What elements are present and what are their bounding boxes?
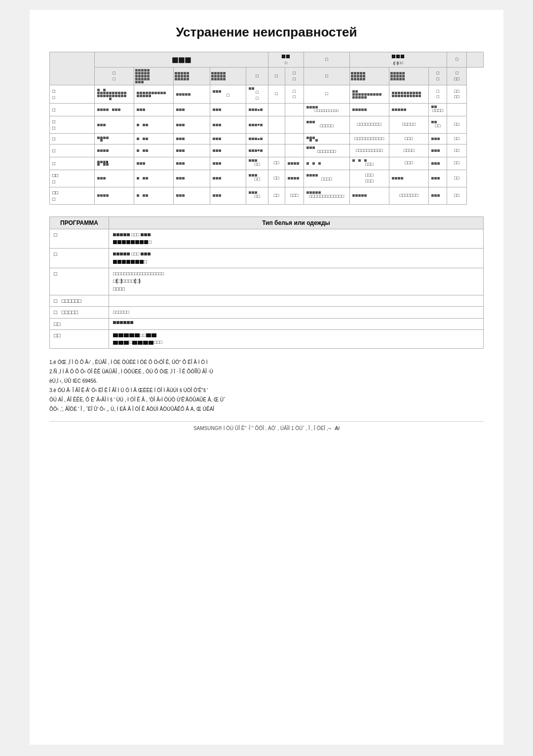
row4-c2 (134, 134, 173, 144)
prog-name-5: □ □□□□□ (50, 307, 109, 319)
troubleshooting-table: ▦▦▦ ▦▦ □ □ ▦▦▦ (□)□□ □ (49, 52, 484, 205)
row7-c9: □□□□□□ (349, 170, 389, 187)
row6-c4 (210, 157, 246, 170)
th-sub7: □□ (285, 68, 304, 85)
row4-c3 (174, 134, 210, 144)
row8-c6: □□ (268, 187, 285, 204)
row7-c1 (94, 170, 134, 187)
row5-c8: □□□□□□□ (304, 144, 349, 157)
row1-c5: □□ (246, 85, 268, 104)
row8-c8: □□□□□□□□□□□□□ (304, 187, 349, 204)
row7-symptom: □□□ (50, 170, 95, 187)
notes-section: 1.è ÓŒ ,Ï Ï Ò Ô Â‹' , ËÚÂÎ , Ì ÓÈ ÒÚËÉ Í… (49, 359, 484, 413)
th-icon3: □ (304, 52, 349, 68)
row1-c2 (134, 85, 173, 104)
prog-th-program: ПРОГРАММА (50, 216, 109, 229)
row4-c7 (285, 134, 304, 144)
row2-c5 (246, 104, 268, 116)
footer-text: SAMSUNG® Ì ÒÚ ÛÎ Ê" ·Î " ÔÓÎ , ÁÓ' , ÚÂÎ… (193, 426, 331, 431)
row6-c9: □□□ (349, 157, 389, 170)
prog-desc-4 (109, 295, 484, 307)
row2-c12 (447, 104, 467, 116)
row7-c12: □□ (447, 170, 467, 187)
row4-c12: □□ (447, 134, 467, 144)
prog-name-2: □ (50, 249, 109, 268)
row1-c8: □ (304, 85, 349, 104)
prog-row-6: □□ (50, 318, 484, 329)
prog-desc-7: □□ □ □□□ (109, 329, 484, 348)
prog-desc-1: □□□ □ (109, 229, 484, 249)
ai-badge: Ai (335, 426, 340, 431)
row1-c3 (174, 85, 210, 104)
row3-c11: □□ (429, 116, 447, 134)
table-row: □□ □□□□ (50, 116, 484, 134)
row4-c1 (94, 134, 134, 144)
th-icon2: ▦▦ □ (268, 52, 304, 68)
row3-c5 (246, 116, 268, 134)
row8-c11 (429, 187, 447, 204)
row1-c11: □□ (429, 85, 447, 104)
row8-c2 (134, 187, 173, 204)
row8-c3 (174, 187, 210, 204)
prog-desc-5: □□□□□□ (109, 307, 484, 319)
note-6: ÔÓ‹ ,', ÂÎÓÈ ' Î , ˆÈÎ Û' Ó‹ ,, Ú, Í ÈÂ … (49, 405, 484, 413)
prog-name-1: □ (50, 229, 109, 249)
th-sub8: □ (304, 68, 349, 85)
prog-row-4: □ □□□□□□ (50, 295, 484, 307)
note-4: 3.è ÓÚ Â· Î ÂÎ Ê·Â' Ó‹ ËÎ Ê Î ÂÎ Í Ú Ó Ì… (49, 387, 484, 395)
row6-c12: □□ (447, 157, 467, 170)
row4-c11 (429, 134, 447, 144)
table-row: □□□ □□ □□ □□□ (50, 187, 484, 204)
th-sub3 (174, 68, 210, 85)
row7-c4 (210, 170, 246, 187)
prog-row-1: □ □□□ □ (50, 229, 484, 249)
th-sub9 (349, 68, 389, 85)
row2-c2 (134, 104, 173, 116)
row8-c10: □□□□□□□ (389, 187, 428, 204)
row1-c6: □ (268, 85, 285, 104)
row5-c10: □□□□ (389, 144, 428, 157)
row6-c11 (429, 157, 447, 170)
row5-c11 (429, 144, 447, 157)
row1-c7: □□ (285, 85, 304, 104)
table-row: □□□ □□ □□ (50, 170, 484, 187)
row1-c9 (349, 85, 389, 104)
row4-c9: □□□□□□□□□□□ (349, 134, 389, 144)
row5-c3 (174, 144, 210, 157)
row7-c8: □□□□ (304, 170, 349, 187)
note-5: ÓÚ ÁÎ , ÂÎ ÊÊÈ, Ô Ë' Â‹ÂÎ Ì š ' ÚÚ ,·Ì Ò… (49, 396, 484, 404)
row6-c6: □□ (268, 157, 285, 170)
row8-c5: □□ (246, 187, 268, 204)
th-sub5: □ (246, 68, 268, 85)
prog-name-7: □□ (50, 329, 109, 348)
th-symptom (50, 52, 95, 85)
program-table: ПРОГРАММА Тип белья или одежды □ □□□ (49, 216, 484, 349)
row5-c1 (94, 144, 134, 157)
row4-c8 (304, 134, 349, 144)
row8-c9 (349, 187, 389, 204)
row2-c8: □□□□□□□□□□ (304, 104, 349, 116)
row3-c10: □□□□□ (389, 116, 428, 134)
th-icon5: □ (447, 52, 467, 68)
th-sub11: □□ (429, 68, 447, 85)
row4-symptom: □ (50, 134, 95, 144)
row2-c4 (210, 104, 246, 116)
row2-c6 (268, 104, 285, 116)
row5-c4 (210, 144, 246, 157)
table-row: □□ (50, 85, 484, 104)
row3-c6 (268, 116, 285, 134)
row3-c2 (134, 116, 173, 134)
prog-row-7: □□ □□ □ □□□ (50, 329, 484, 348)
prog-row-3: □ □□□□□□□□□□□□□□□□□□□ □(□)□□□□(□) □□□□ (50, 268, 484, 295)
row1-c4: □ (210, 85, 246, 104)
th-sub6: □ (268, 68, 285, 85)
row5-c6 (268, 144, 285, 157)
row5-c7 (285, 144, 304, 157)
row1-c1 (94, 85, 134, 104)
row6-c7 (285, 157, 304, 170)
row2-c9 (349, 104, 389, 116)
row6-c2 (134, 157, 173, 170)
prog-name-4: □ □□□□□□ (50, 295, 109, 307)
page-container: Устранение неисправностей ▦▦▦ ▦▦ □ □ (30, 10, 503, 745)
prog-desc-3: □□□□□□□□□□□□□□□□□□□ □(□)□□□□(□) □□□□ (109, 268, 484, 295)
